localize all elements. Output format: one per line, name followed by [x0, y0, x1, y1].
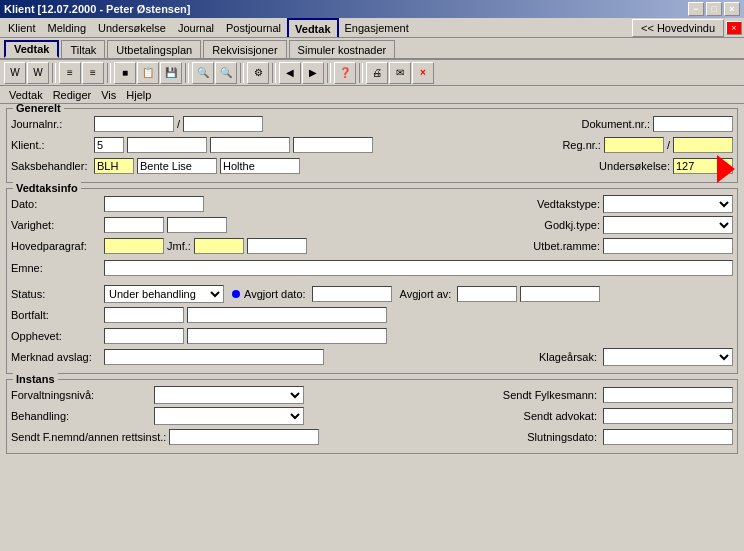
instans-group: Instans Forvaltningsnivå: Sendt Fylkesma… [6, 379, 738, 454]
tab-tiltak[interactable]: Tiltak [61, 40, 105, 58]
toolbar-btn-w1[interactable]: W [4, 62, 26, 84]
emne-input[interactable] [104, 260, 733, 276]
klient-label: Klient.: [11, 139, 91, 151]
klient-name3-input[interactable] [293, 137, 373, 153]
title-bar-buttons: − □ × [688, 2, 740, 16]
klagearsak-select[interactable] [603, 348, 733, 366]
sub-tabs: Vedtak Tiltak Utbetalingsplan Rekvisisjo… [0, 38, 744, 60]
toolbar-btn-mail[interactable]: ✉ [389, 62, 411, 84]
status-row: Status: Under behandling Avgjort dato: A… [11, 285, 733, 303]
submenu-vedtak[interactable]: Vedtak [4, 88, 48, 102]
toolbar-btn-search2[interactable]: 🔍 [215, 62, 237, 84]
status-select[interactable]: Under behandling [104, 285, 224, 303]
opphevet-label: Opphevet: [11, 330, 101, 342]
merknad-input[interactable] [104, 349, 324, 365]
klient-name2-input[interactable] [210, 137, 290, 153]
toolbar-btn-help[interactable]: ❓ [334, 62, 356, 84]
tab-vedtak[interactable]: Vedtak [4, 40, 59, 58]
toolbar-btn-list1[interactable]: ≡ [59, 62, 81, 84]
toolbar-btn-next[interactable]: ▶ [302, 62, 324, 84]
saksbehandler-code-input[interactable] [94, 158, 134, 174]
vedtaksinfo-label: Vedtaksinfo [13, 182, 81, 194]
journalnr-slash: / [177, 118, 180, 130]
varighet-input1[interactable] [104, 217, 164, 233]
bortfalt-input1[interactable] [104, 307, 184, 323]
tab-simuler[interactable]: Simuler kostnader [289, 40, 396, 58]
minimize-button[interactable]: − [688, 2, 704, 16]
toolbar-btn-list2[interactable]: ≡ [82, 62, 104, 84]
saksbehandler-name1-input[interactable] [137, 158, 217, 174]
forvaltning-select[interactable] [154, 386, 304, 404]
close-x-button[interactable]: × [726, 21, 742, 35]
klient-input[interactable] [94, 137, 124, 153]
hoved-input[interactable] [104, 238, 164, 254]
submenu-vis[interactable]: Vis [96, 88, 121, 102]
vedtakstype-select[interactable] [603, 195, 733, 213]
slutningsdato-input[interactable] [603, 429, 733, 445]
menu-postjournal[interactable]: Postjournal [220, 18, 287, 37]
avgjort-av-input2[interactable] [520, 286, 600, 302]
opphevet-input1[interactable] [104, 328, 184, 344]
bortfalt-label: Bortfalt: [11, 309, 101, 321]
toolbar-btn-close[interactable]: × [412, 62, 434, 84]
sendt-advokat-input[interactable] [603, 408, 733, 424]
journalnr-input1[interactable] [94, 116, 174, 132]
toolbar-btn-w2[interactable]: W [27, 62, 49, 84]
toolbar-btn-search1[interactable]: 🔍 [192, 62, 214, 84]
journalnr-input2[interactable] [183, 116, 263, 132]
toolbar-btn-gear[interactable]: ⚙ [247, 62, 269, 84]
regnr-input1[interactable] [604, 137, 664, 153]
toolbar-sep-2 [107, 63, 111, 83]
vedtakstype-label: Vedtakstype: [510, 198, 600, 210]
hauptmenu-button[interactable]: << Hovedvindu [632, 19, 724, 37]
menu-engasjement[interactable]: Engasjement [339, 18, 415, 37]
jmf-input1[interactable] [194, 238, 244, 254]
submenu-hjelp[interactable]: Hjelp [121, 88, 156, 102]
avgjort-av-input1[interactable] [457, 286, 517, 302]
avgjort-dato-input[interactable] [312, 286, 392, 302]
toolbar-btn-prev[interactable]: ◀ [279, 62, 301, 84]
doknr-label: Dokument.nr.: [560, 118, 650, 130]
status-label: Status: [11, 288, 101, 300]
regnr-input2[interactable] [673, 137, 733, 153]
tab-rekvisisjoner[interactable]: Rekvisisjoner [203, 40, 286, 58]
menu-undersokelse[interactable]: Undersøkelse [92, 18, 172, 37]
varighet-input2[interactable] [167, 217, 227, 233]
utbet-ramme-input[interactable] [603, 238, 733, 254]
saksbehandler-name2-input[interactable] [220, 158, 300, 174]
klient-name1-input[interactable] [127, 137, 207, 153]
forvaltning-row: Forvaltningsnivå: Sendt Fylkesmann: [11, 386, 733, 404]
doknr-input[interactable] [653, 116, 733, 132]
sendt-fnemnd-input[interactable] [169, 429, 319, 445]
hoved-label: Hovedparagraf: [11, 240, 101, 252]
bortfalt-input2[interactable] [187, 307, 387, 323]
toolbar-sep-5 [272, 63, 276, 83]
emne-label: Emne: [11, 262, 101, 274]
avgjort-dato-label: Avgjort dato: [244, 288, 306, 300]
toolbar-btn-block[interactable]: ■ [114, 62, 136, 84]
opphevet-input2[interactable] [187, 328, 387, 344]
menu-klient[interactable]: Klient [2, 18, 42, 37]
menu-vedtak[interactable]: Vedtak [287, 18, 338, 37]
generelt-group: Generelt Journalnr.: / Dokument.nr.: Kli… [6, 108, 738, 183]
toolbar-btn-print[interactable]: 🖨 [366, 62, 388, 84]
behandling-select[interactable] [154, 407, 304, 425]
dato-input[interactable] [104, 196, 204, 212]
godkj-type-label: Godkj.type: [510, 219, 600, 231]
menu-melding[interactable]: Melding [42, 18, 93, 37]
menu-journal[interactable]: Journal [172, 18, 220, 37]
toolbar-btn-clip[interactable]: 📋 [137, 62, 159, 84]
jmf-label: Jmf.: [167, 240, 191, 252]
sendt-fylkesmann-input[interactable] [603, 387, 733, 403]
tab-utbetalingsplan[interactable]: Utbetalingsplan [107, 40, 201, 58]
jmf-input2[interactable] [247, 238, 307, 254]
toolbar-btn-save[interactable]: 💾 [160, 62, 182, 84]
close-button[interactable]: × [724, 2, 740, 16]
sub-menu-bar: Vedtak Rediger Vis Hjelp [0, 86, 744, 104]
godkj-type-select[interactable] [603, 216, 733, 234]
submenu-rediger[interactable]: Rediger [48, 88, 97, 102]
sendt-advokat-label: Sendt advokat: [524, 410, 597, 422]
toolbar-sep-3 [185, 63, 189, 83]
opphevet-row: Opphevet: [11, 327, 733, 345]
maximize-button[interactable]: □ [706, 2, 722, 16]
